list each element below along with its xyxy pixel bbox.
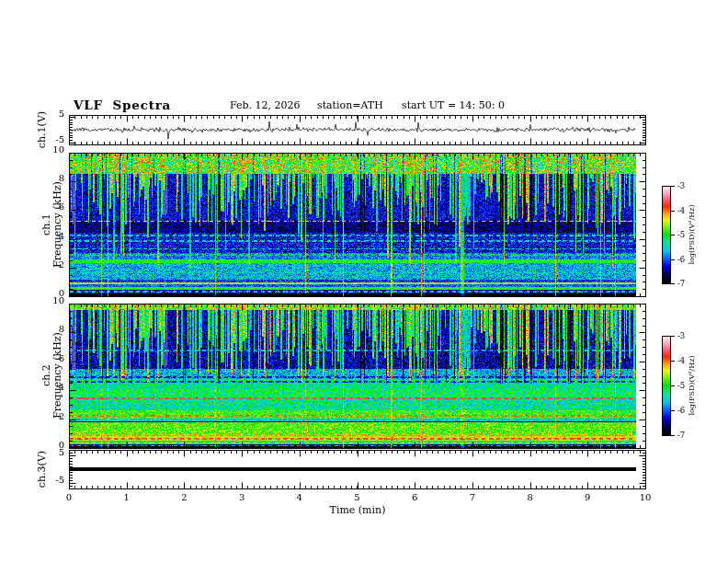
- ch2-spectrogram-panel: [69, 304, 645, 448]
- station-annotation: station=ATH: [317, 99, 383, 111]
- y-tick-label: 8: [26, 173, 64, 184]
- date-annotation: Feb. 12, 2026: [230, 99, 301, 111]
- y-tick-label: 2: [26, 411, 64, 422]
- x-tick-label: 1: [124, 492, 130, 503]
- y-tick-label: -5: [26, 134, 64, 145]
- y-tick-label: 6: [26, 201, 64, 213]
- colorbar-1: [662, 186, 670, 283]
- x-tick-label: 9: [585, 492, 590, 503]
- x-tick-label: 7: [470, 492, 475, 503]
- ch1-frequency-axis-label: ch.1 Frequency (kHz): [41, 181, 63, 268]
- colorbar1-units-label: log(PSD)(V²/Hz): [687, 204, 698, 264]
- y-tick-label: 10: [26, 295, 64, 306]
- colorbar-tick-label: -5: [677, 229, 685, 240]
- y-tick-label: 4: [26, 382, 64, 393]
- x-tick-label: 10: [640, 492, 652, 503]
- time-axis-label: Time (min): [330, 504, 386, 516]
- x-tick-label: 8: [527, 492, 532, 503]
- colorbar-tick-label: -3: [677, 180, 685, 191]
- x-tick-label: 0: [66, 492, 72, 503]
- y-tick-label: 6: [26, 353, 64, 364]
- y-tick-label: 10: [26, 144, 64, 155]
- y-tick-label: 5: [26, 109, 64, 120]
- colorbar-tick-label: -4: [677, 355, 685, 366]
- colorbar-tick-label: -7: [677, 430, 685, 441]
- colorbar-tick-label: -3: [677, 330, 685, 341]
- x-tick-label: 5: [354, 492, 359, 503]
- colorbar-tick-label: -4: [677, 205, 685, 216]
- colorbar-tick-label: -6: [677, 254, 685, 265]
- ch2-label-line: ch.2: [41, 332, 52, 419]
- frequency-units-label: Frequency (kHz): [51, 332, 63, 419]
- frequency-units-label: Frequency (kHz): [51, 181, 63, 268]
- colorbar-tick-label: -5: [677, 380, 685, 391]
- x-tick-label: 6: [412, 492, 417, 503]
- ch2-frequency-axis-label: ch.2 Frequency (kHz): [41, 332, 63, 419]
- y-tick-label: 5: [26, 447, 64, 458]
- x-tick-label: 4: [297, 492, 302, 503]
- y-tick-label: -5: [26, 475, 64, 486]
- colorbar2-units-label: log(PSD)(V²/Hz): [687, 355, 698, 415]
- ch1-label-line: ch.1: [41, 181, 52, 268]
- y-tick-label: 4: [26, 231, 64, 242]
- colorbar-2: [662, 336, 670, 435]
- plot-title: VLF Spectra: [74, 98, 171, 112]
- y-tick-label: 8: [26, 324, 64, 335]
- x-tick-label: 3: [239, 492, 245, 503]
- vlf-spectra-plot: VLF Spectra Feb. 12, 2026 station=ATH st…: [0, 0, 728, 563]
- ch1-spectrogram-panel: [69, 153, 645, 296]
- colorbar-tick-label: -7: [677, 278, 685, 289]
- ch3-waveform-panel: [69, 450, 645, 488]
- x-tick-label: 2: [181, 492, 187, 503]
- y-tick-label: 2: [26, 259, 64, 270]
- colorbar-tick-label: -6: [677, 405, 685, 416]
- ch1-waveform-panel: [69, 115, 645, 144]
- start-ut-annotation: start UT = 14: 50: 0: [402, 99, 505, 111]
